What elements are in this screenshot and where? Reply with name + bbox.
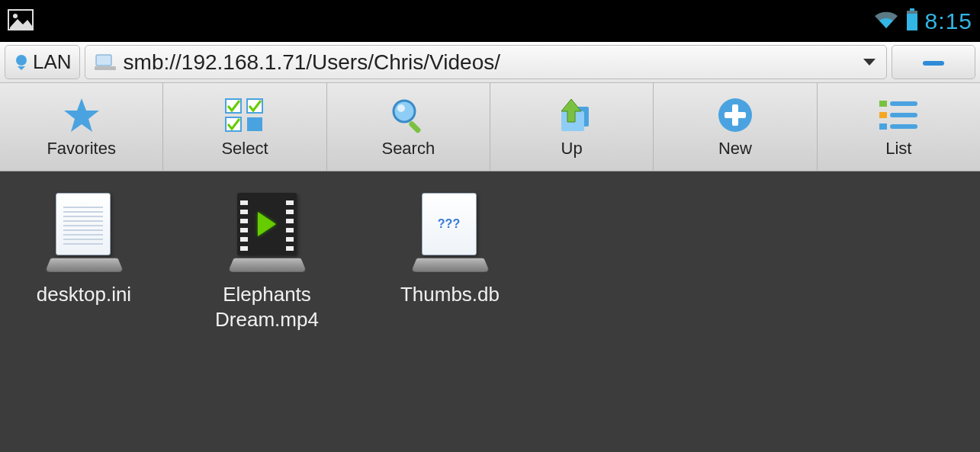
- file-item[interactable]: ??? Thumbs.db: [381, 191, 519, 307]
- wifi-icon: [873, 9, 899, 34]
- file-item[interactable]: Elephants Dream.mp4: [198, 191, 336, 332]
- svg-rect-4: [907, 11, 917, 14]
- search-icon: [389, 96, 427, 134]
- computer-icon: [95, 53, 116, 72]
- svg-rect-26: [890, 124, 917, 129]
- list-button[interactable]: List: [818, 83, 980, 171]
- globe-dropdown-icon: [13, 54, 30, 71]
- file-name-label: Thumbs.db: [400, 282, 500, 307]
- android-status-bar: 8:15: [0, 0, 980, 42]
- svg-rect-21: [879, 101, 887, 107]
- up-button[interactable]: Up: [490, 83, 654, 171]
- select-grid-icon: [224, 96, 265, 134]
- up-arrow-icon: [551, 96, 593, 134]
- address-bar: LAN smb://192.168.1.71/Users/Chris/Video…: [0, 42, 980, 83]
- svg-rect-8: [923, 61, 944, 66]
- address-field[interactable]: smb://192.168.1.71/Users/Chris/Videos/: [85, 45, 887, 79]
- svg-rect-24: [890, 113, 917, 117]
- svg-rect-15: [408, 120, 422, 134]
- file-grid: desktop.ini Elephants Dream.mp4 ??? Thum…: [0, 172, 980, 452]
- svg-rect-7: [95, 66, 116, 70]
- address-path-text: smb://192.168.1.71/Users/Chris/Videos/: [124, 50, 854, 75]
- gallery-indicator-icon: [8, 9, 34, 34]
- lan-label: LAN: [33, 50, 72, 74]
- list-view-icon: [878, 96, 919, 134]
- file-name-label: desktop.ini: [37, 282, 131, 307]
- toolbar-label: New: [718, 139, 752, 159]
- star-icon: [63, 96, 101, 134]
- svg-point-1: [13, 14, 18, 18]
- status-clock: 8:15: [925, 8, 972, 34]
- svg-rect-20: [725, 112, 746, 118]
- minimize-icon: [918, 55, 949, 70]
- battery-icon: [905, 8, 919, 34]
- document-file-icon: [42, 191, 126, 274]
- select-button[interactable]: Select: [163, 83, 326, 171]
- svg-rect-22: [890, 101, 917, 106]
- video-file-icon: [225, 191, 309, 274]
- minimize-window-button[interactable]: [892, 45, 975, 79]
- svg-rect-12: [247, 117, 262, 131]
- svg-rect-6: [96, 55, 111, 66]
- file-name-label: Elephants Dream.mp4: [198, 282, 336, 332]
- toolbar-label: Select: [221, 139, 268, 159]
- toolbar-label: Search: [381, 139, 435, 159]
- svg-rect-2: [910, 8, 914, 11]
- svg-point-13: [394, 101, 415, 122]
- unknown-badge: ???: [422, 193, 477, 255]
- search-button[interactable]: Search: [327, 83, 490, 171]
- plus-circle-icon: [717, 96, 753, 134]
- toolbar-label: Favorites: [47, 139, 115, 159]
- favorites-button[interactable]: Favorites: [0, 83, 163, 171]
- toolbar: Favorites Select Search: [0, 83, 980, 172]
- file-item[interactable]: desktop.ini: [15, 191, 153, 307]
- svg-point-5: [16, 55, 27, 66]
- svg-point-14: [397, 104, 405, 112]
- unknown-file-icon: ???: [408, 191, 492, 274]
- new-button[interactable]: New: [654, 83, 817, 171]
- svg-rect-25: [879, 123, 887, 130]
- svg-rect-23: [879, 112, 887, 118]
- toolbar-label: Up: [561, 139, 583, 159]
- toolbar-label: List: [885, 139, 911, 159]
- chevron-down-icon[interactable]: [862, 57, 877, 68]
- lan-dropdown-button[interactable]: LAN: [5, 45, 80, 79]
